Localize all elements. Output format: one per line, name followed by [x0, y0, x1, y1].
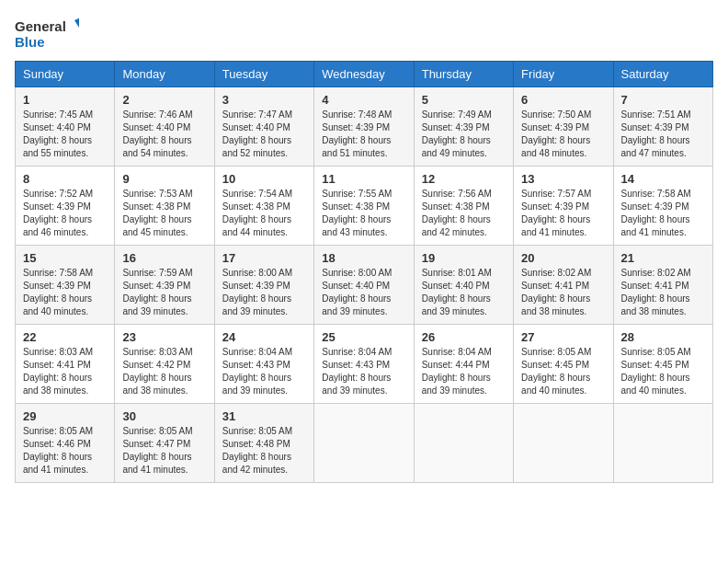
day-info: Sunrise: 8:05 AMSunset: 4:46 PMDaylight:…	[23, 426, 93, 475]
day-info: Sunrise: 7:57 AMSunset: 4:39 PMDaylight:…	[521, 189, 591, 237]
day-info: Sunrise: 8:03 AMSunset: 4:42 PMDaylight:…	[122, 347, 192, 396]
calendar-day-cell: 30 Sunrise: 8:05 AMSunset: 4:47 PMDaylig…	[115, 404, 214, 483]
calendar-day-cell: 27 Sunrise: 8:05 AMSunset: 4:45 PMDaylig…	[514, 325, 613, 404]
day-info: Sunrise: 8:00 AMSunset: 4:40 PMDaylight:…	[322, 268, 392, 316]
day-number: 23	[122, 330, 206, 344]
day-number: 8	[23, 172, 107, 186]
day-info: Sunrise: 8:04 AMSunset: 4:43 PMDaylight:…	[222, 347, 292, 396]
weekday-header: Friday	[514, 62, 613, 87]
calendar-day-cell	[613, 404, 712, 483]
day-number: 24	[222, 330, 306, 344]
day-info: Sunrise: 7:50 AMSunset: 4:39 PMDaylight:…	[521, 109, 591, 158]
day-info: Sunrise: 7:55 AMSunset: 4:38 PMDaylight:…	[322, 189, 392, 237]
calendar-day-cell: 13 Sunrise: 7:57 AMSunset: 4:39 PMDaylig…	[514, 167, 613, 246]
day-number: 2	[122, 93, 206, 107]
day-info: Sunrise: 8:00 AMSunset: 4:39 PMDaylight:…	[222, 268, 292, 316]
day-info: Sunrise: 8:05 AMSunset: 4:48 PMDaylight:…	[222, 426, 292, 475]
day-info: Sunrise: 7:58 AMSunset: 4:39 PMDaylight:…	[23, 268, 93, 316]
calendar-day-cell: 9 Sunrise: 7:53 AMSunset: 4:38 PMDayligh…	[115, 167, 214, 246]
day-number: 28	[621, 330, 705, 344]
day-info: Sunrise: 8:04 AMSunset: 4:43 PMDaylight:…	[322, 347, 392, 396]
day-number: 18	[322, 251, 405, 265]
calendar-day-cell: 2 Sunrise: 7:46 AMSunset: 4:40 PMDayligh…	[115, 87, 214, 167]
calendar-week-row: 1 Sunrise: 7:45 AMSunset: 4:40 PMDayligh…	[16, 87, 713, 167]
calendar-header-row: SundayMondayTuesdayWednesdayThursdayFrid…	[16, 62, 713, 87]
svg-text:General: General	[15, 18, 66, 34]
day-info: Sunrise: 7:48 AMSunset: 4:39 PMDaylight:…	[322, 109, 392, 158]
day-info: Sunrise: 7:47 AMSunset: 4:40 PMDaylight:…	[222, 109, 292, 158]
calendar-day-cell: 10 Sunrise: 7:54 AMSunset: 4:38 PMDaylig…	[214, 167, 313, 246]
calendar-day-cell: 22 Sunrise: 8:03 AMSunset: 4:41 PMDaylig…	[16, 325, 115, 404]
day-number: 15	[23, 251, 107, 265]
calendar-day-cell: 15 Sunrise: 7:58 AMSunset: 4:39 PMDaylig…	[16, 246, 115, 325]
day-info: Sunrise: 7:59 AMSunset: 4:39 PMDaylight:…	[122, 268, 192, 316]
day-number: 26	[422, 330, 506, 344]
calendar-table: SundayMondayTuesdayWednesdayThursdayFrid…	[15, 61, 713, 483]
calendar-day-cell: 19 Sunrise: 8:01 AMSunset: 4:40 PMDaylig…	[414, 246, 513, 325]
day-number: 14	[621, 172, 705, 186]
calendar-day-cell: 31 Sunrise: 8:05 AMSunset: 4:48 PMDaylig…	[214, 404, 313, 483]
day-info: Sunrise: 7:54 AMSunset: 4:38 PMDaylight:…	[222, 189, 292, 237]
calendar-day-cell: 26 Sunrise: 8:04 AMSunset: 4:44 PMDaylig…	[414, 325, 513, 404]
day-info: Sunrise: 8:02 AMSunset: 4:41 PMDaylight:…	[521, 268, 591, 316]
weekday-header: Tuesday	[214, 62, 313, 87]
day-number: 29	[23, 409, 107, 423]
day-info: Sunrise: 7:52 AMSunset: 4:39 PMDaylight:…	[23, 189, 93, 237]
day-info: Sunrise: 8:05 AMSunset: 4:47 PMDaylight:…	[122, 426, 192, 475]
logo-svg: General Blue	[15, 15, 79, 52]
calendar-day-cell: 23 Sunrise: 8:03 AMSunset: 4:42 PMDaylig…	[115, 325, 214, 404]
day-info: Sunrise: 8:04 AMSunset: 4:44 PMDaylight:…	[422, 347, 492, 396]
calendar-day-cell: 20 Sunrise: 8:02 AMSunset: 4:41 PMDaylig…	[514, 246, 613, 325]
day-number: 19	[422, 251, 506, 265]
calendar-day-cell: 24 Sunrise: 8:04 AMSunset: 4:43 PMDaylig…	[214, 325, 313, 404]
calendar-day-cell: 3 Sunrise: 7:47 AMSunset: 4:40 PMDayligh…	[214, 87, 313, 167]
day-number: 25	[322, 330, 405, 344]
weekday-header: Sunday	[16, 62, 115, 87]
day-number: 3	[222, 93, 306, 107]
weekday-header: Monday	[115, 62, 214, 87]
day-number: 9	[122, 172, 206, 186]
day-info: Sunrise: 7:45 AMSunset: 4:40 PMDaylight:…	[23, 109, 93, 158]
day-number: 17	[222, 251, 306, 265]
calendar-day-cell: 6 Sunrise: 7:50 AMSunset: 4:39 PMDayligh…	[514, 87, 613, 167]
day-number: 4	[322, 93, 405, 107]
calendar-week-row: 8 Sunrise: 7:52 AMSunset: 4:39 PMDayligh…	[16, 167, 713, 246]
calendar-day-cell: 11 Sunrise: 7:55 AMSunset: 4:38 PMDaylig…	[314, 167, 414, 246]
calendar-day-cell: 5 Sunrise: 7:49 AMSunset: 4:39 PMDayligh…	[414, 87, 513, 167]
calendar-day-cell: 4 Sunrise: 7:48 AMSunset: 4:39 PMDayligh…	[314, 87, 414, 167]
weekday-header: Thursday	[414, 62, 513, 87]
page-header: General Blue	[15, 15, 713, 52]
calendar-day-cell	[314, 404, 414, 483]
calendar-week-row: 22 Sunrise: 8:03 AMSunset: 4:41 PMDaylig…	[16, 325, 713, 404]
calendar-day-cell: 14 Sunrise: 7:58 AMSunset: 4:39 PMDaylig…	[613, 167, 712, 246]
day-info: Sunrise: 7:49 AMSunset: 4:39 PMDaylight:…	[422, 109, 492, 158]
weekday-header: Saturday	[613, 62, 712, 87]
svg-marker-2	[74, 17, 79, 28]
calendar-day-cell: 29 Sunrise: 8:05 AMSunset: 4:46 PMDaylig…	[16, 404, 115, 483]
day-info: Sunrise: 7:51 AMSunset: 4:39 PMDaylight:…	[621, 109, 691, 158]
day-info: Sunrise: 8:02 AMSunset: 4:41 PMDaylight:…	[621, 268, 691, 316]
day-info: Sunrise: 7:58 AMSunset: 4:39 PMDaylight:…	[621, 189, 691, 237]
day-number: 30	[122, 409, 206, 423]
day-info: Sunrise: 8:03 AMSunset: 4:41 PMDaylight:…	[23, 347, 93, 396]
logo: General Blue	[15, 15, 79, 52]
day-info: Sunrise: 8:05 AMSunset: 4:45 PMDaylight:…	[621, 347, 691, 396]
svg-text:Blue: Blue	[15, 34, 45, 50]
day-number: 6	[521, 93, 605, 107]
day-info: Sunrise: 7:53 AMSunset: 4:38 PMDaylight:…	[122, 189, 192, 237]
day-number: 10	[222, 172, 306, 186]
calendar-day-cell: 21 Sunrise: 8:02 AMSunset: 4:41 PMDaylig…	[613, 246, 712, 325]
day-number: 7	[621, 93, 705, 107]
day-number: 1	[23, 93, 107, 107]
calendar-day-cell: 16 Sunrise: 7:59 AMSunset: 4:39 PMDaylig…	[115, 246, 214, 325]
calendar-day-cell: 8 Sunrise: 7:52 AMSunset: 4:39 PMDayligh…	[16, 167, 115, 246]
calendar-week-row: 29 Sunrise: 8:05 AMSunset: 4:46 PMDaylig…	[16, 404, 713, 483]
calendar-day-cell: 25 Sunrise: 8:04 AMSunset: 4:43 PMDaylig…	[314, 325, 414, 404]
calendar-day-cell: 17 Sunrise: 8:00 AMSunset: 4:39 PMDaylig…	[214, 246, 313, 325]
calendar-day-cell: 1 Sunrise: 7:45 AMSunset: 4:40 PMDayligh…	[16, 87, 115, 167]
calendar-day-cell: 18 Sunrise: 8:00 AMSunset: 4:40 PMDaylig…	[314, 246, 414, 325]
day-number: 5	[422, 93, 506, 107]
day-info: Sunrise: 8:01 AMSunset: 4:40 PMDaylight:…	[422, 268, 492, 316]
day-info: Sunrise: 7:46 AMSunset: 4:40 PMDaylight:…	[122, 109, 192, 158]
calendar-day-cell	[414, 404, 513, 483]
